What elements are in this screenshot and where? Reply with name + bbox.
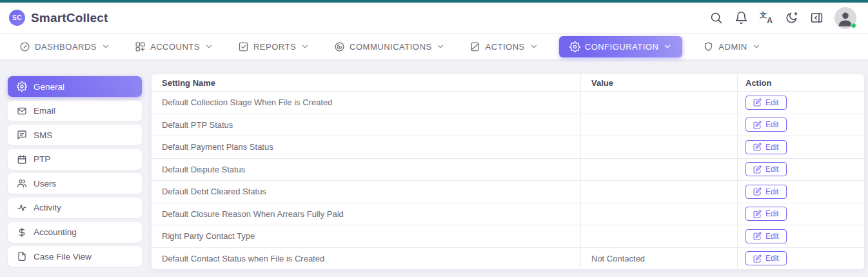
edit-pencil-icon: [753, 98, 762, 107]
action-cell: Edit: [737, 225, 864, 247]
value-cell: [580, 114, 737, 136]
setting-name-cell: Default Payment Plans Status: [152, 136, 580, 158]
online-status-dot: [851, 23, 856, 28]
nav-item-reports[interactable]: REPORTS: [234, 36, 313, 57]
edit-button[interactable]: Edit: [745, 162, 787, 176]
sidebar-item-accounting[interactable]: Accounting: [8, 222, 142, 243]
gear-icon: [569, 41, 580, 52]
setting-name-cell: Default Collection Stage When File is Cr…: [152, 92, 580, 114]
sidebar-item-sms[interactable]: SMS: [8, 125, 142, 145]
users-icon: [17, 178, 27, 189]
nav-item-dashboards[interactable]: DASHBOARDS: [15, 36, 114, 57]
sidebar-item-label: Accounting: [34, 227, 77, 237]
sidebar-item-ptp[interactable]: PTP: [8, 149, 142, 170]
setting-name-cell: Default Debt Cleared Status: [152, 181, 580, 203]
edit-button[interactable]: Edit: [745, 185, 787, 199]
chevron-down-icon: [529, 42, 538, 51]
table-header-row: Setting Name Value Action: [152, 74, 864, 91]
edit-button-label: Edit: [765, 187, 779, 196]
table-row: Default PTP Status Edit: [152, 114, 864, 136]
language-icon[interactable]: 文 A: [759, 11, 773, 25]
edit-button[interactable]: Edit: [745, 140, 787, 154]
setting-name-cell: Default PTP Status: [152, 114, 580, 136]
edit-pencil-icon: [753, 187, 762, 196]
table-row: Right Party Contact Type Edit: [152, 225, 864, 247]
edit-button[interactable]: Edit: [745, 229, 787, 243]
sidebar-item-label: General: [34, 82, 64, 92]
settings-sidebar: General Email SMS PTP Users: [0, 59, 152, 277]
sidebar-toggle-icon[interactable]: [809, 11, 824, 25]
value-cell: [580, 181, 737, 203]
nav-item-label: COMMUNICATIONS: [350, 42, 431, 52]
brand[interactable]: SC SmartCollect: [9, 10, 108, 26]
action-cell: Edit: [737, 114, 864, 136]
value-cell: [580, 203, 737, 225]
nav-item-label: DASHBOARDS: [35, 42, 97, 52]
chevron-down-icon: [301, 42, 310, 51]
sidebar-item-email[interactable]: Email: [8, 101, 142, 121]
edit-pencil-icon: [753, 232, 762, 240]
gauge-icon: [19, 41, 30, 52]
nav-item-actions[interactable]: ACTIONS: [466, 36, 542, 57]
column-header-setting-name: Setting Name: [152, 74, 580, 91]
nav-item-label: ACTIONS: [485, 42, 524, 52]
action-cell: Edit: [737, 203, 864, 225]
action-cell: Edit: [737, 92, 864, 114]
value-cell: [580, 136, 737, 158]
app-title: SmartCollect: [31, 11, 108, 25]
sidebar-item-users[interactable]: Users: [8, 173, 142, 194]
sidebar-item-activity[interactable]: Activity: [8, 198, 142, 218]
action-cell: Edit: [737, 159, 864, 181]
table-row: Default Payment Plans Status Edit: [152, 136, 864, 158]
calendar-icon: [17, 154, 27, 165]
table-row: Default Contact Status when File is Crea…: [152, 247, 864, 270]
edit-button-label: Edit: [765, 120, 779, 129]
nav-item-admin[interactable]: ADMIN: [699, 36, 764, 57]
sidebar-item-label: SMS: [34, 130, 52, 140]
edit-button-label: Edit: [765, 143, 779, 152]
edit-button[interactable]: Edit: [745, 118, 787, 132]
nav-item-configuration[interactable]: CONFIGURATION: [559, 36, 683, 57]
search-icon[interactable]: [709, 11, 723, 25]
chevron-down-icon: [436, 42, 445, 51]
nav-item-accounts[interactable]: ACCOUNTS: [131, 36, 217, 57]
nav-item-label: ACCOUNTS: [150, 42, 200, 52]
table-row: Default Debt Cleared Status Edit: [152, 180, 864, 203]
value-cell: [580, 225, 737, 247]
edit-button[interactable]: Edit: [745, 207, 787, 221]
value-cell: [580, 92, 737, 114]
sidebar-item-label: PTP: [34, 154, 50, 164]
message-bubble-icon: [17, 130, 27, 140]
edit-button-label: Edit: [765, 209, 779, 218]
notifications-bell-icon[interactable]: [734, 11, 748, 25]
checkbox-icon: [238, 41, 249, 52]
grid-add-icon: [135, 41, 146, 52]
shield-icon: [703, 41, 714, 52]
sidebar-item-general[interactable]: General: [8, 76, 142, 97]
envelope-icon: [17, 106, 27, 116]
activity-pulse-icon: [17, 203, 27, 213]
action-cell: Edit: [737, 248, 864, 270]
edit-button[interactable]: Edit: [745, 96, 787, 110]
edit-button-label: Edit: [765, 98, 779, 107]
value-cell: Not Contacted: [580, 248, 737, 270]
edit-button-label: Edit: [765, 165, 779, 174]
main-nav: DASHBOARDS ACCOUNTS REPORTS COMMUNICATIO…: [0, 34, 868, 59]
user-avatar[interactable]: [834, 7, 856, 29]
edit-button[interactable]: Edit: [745, 251, 787, 265]
sidebar-item-case-file-view[interactable]: Case File View: [8, 246, 142, 267]
table-row: Default Collection Stage When File is Cr…: [152, 91, 864, 114]
dollar-icon: [17, 227, 27, 238]
app-logo-icon: SC: [9, 10, 25, 26]
setting-name-cell: Right Party Contact Type: [152, 225, 580, 247]
value-cell: [580, 159, 737, 181]
sidebar-item-label: Activity: [34, 203, 61, 212]
nav-item-communications[interactable]: COMMUNICATIONS: [330, 36, 449, 57]
gear-icon: [17, 81, 27, 92]
edit-pencil-icon: [753, 210, 762, 218]
nav-item-label: CONFIGURATION: [585, 42, 659, 52]
dark-mode-moon-icon[interactable]: [784, 11, 798, 25]
chevron-down-icon: [752, 42, 761, 51]
sidebar-item-label: Users: [34, 179, 56, 189]
column-header-action: Action: [737, 74, 864, 91]
